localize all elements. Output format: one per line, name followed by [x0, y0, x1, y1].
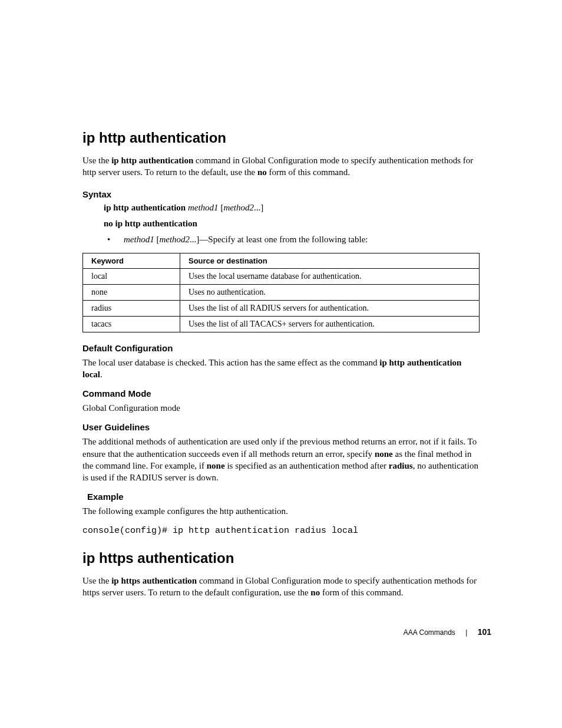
table-row: local Uses the local username database f…	[83, 268, 480, 284]
syntax-bullet: • method1 [method2...]—Specify at least …	[104, 235, 480, 245]
page: ip http authentication Use the ip http a…	[0, 0, 562, 728]
console-example: console(config)# ip http authentication …	[82, 526, 480, 536]
table-row: none Uses no authentication.	[83, 284, 480, 300]
table-row: radius Uses the list of all RADIUS serve…	[83, 300, 480, 316]
footer-separator: |	[465, 628, 467, 637]
command-mode-heading: Command Mode	[82, 388, 480, 398]
page-footer: AAA Commands | 101	[404, 627, 491, 637]
example-heading: Example	[87, 492, 480, 502]
syntax-line-no: no ip http authentication	[104, 219, 480, 229]
example-text: The following example configures the htt…	[82, 505, 480, 517]
user-guidelines-text: The additional methods of authentication…	[82, 436, 480, 483]
keyword-table: Keyword Source or destination local Uses…	[82, 253, 480, 332]
page-number: 101	[478, 627, 491, 637]
default-config-text: The local user database is checked. This…	[82, 357, 480, 381]
table-row: tacacs Uses the list of all TACACS+ serv…	[83, 316, 480, 332]
user-guidelines-heading: User Guidelines	[82, 422, 480, 432]
syntax-line-1: ip http authentication method1 [method2.…	[104, 203, 480, 213]
command-mode-text: Global Configuration mode	[82, 402, 480, 414]
heading-ip-https-authentication: ip https authentication	[82, 550, 480, 566]
th-source: Source or destination	[180, 253, 480, 268]
intro-paragraph: Use the ip http authentication command i…	[82, 154, 480, 179]
heading-ip-http-authentication: ip http authentication	[82, 130, 480, 146]
intro-paragraph-2: Use the ip https authentication command …	[82, 575, 480, 599]
footer-section: AAA Commands	[404, 628, 455, 637]
default-config-heading: Default Configuration	[82, 343, 480, 353]
th-keyword: Keyword	[83, 253, 180, 268]
syntax-heading: Syntax	[82, 189, 480, 199]
